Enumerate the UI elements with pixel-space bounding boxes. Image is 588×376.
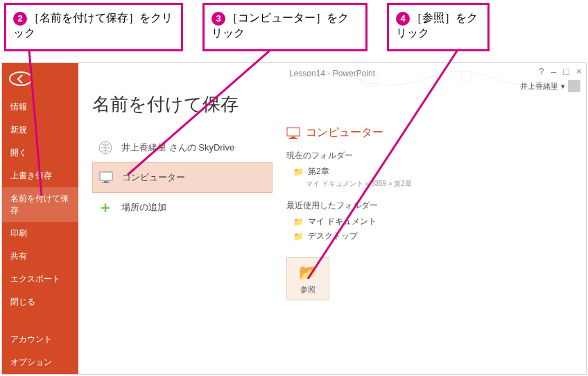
sidebar-item-close[interactable]: 閉じる <box>2 291 78 314</box>
folder-icon: 📁 <box>293 232 304 241</box>
recent-folder[interactable]: 📁 デスクトップ <box>293 230 572 242</box>
folder-name: マイ ドキュメント <box>308 216 377 228</box>
user-name: 井上香緒里 <box>520 81 558 92</box>
cloud-icon <box>98 140 113 155</box>
callout-num: 2 <box>13 12 27 26</box>
computer-icon <box>98 170 114 185</box>
svg-rect-9 <box>287 128 300 136</box>
callout-2: 2［名前を付けて保存］をクリック <box>4 3 183 51</box>
recent-folder[interactable]: 📁 マイ ドキュメント <box>293 216 572 228</box>
current-folder-label: 現在のフォルダー <box>286 150 572 162</box>
location-skydrive[interactable]: 井上香緒里 さんの SkyDrive <box>92 133 273 162</box>
svg-rect-11 <box>289 138 297 139</box>
recent-folder-label: 最近使用したフォルダー <box>286 200 572 212</box>
back-button[interactable] <box>9 71 33 86</box>
callout-num: 4 <box>396 12 410 26</box>
sidebar-item-save[interactable]: 上書き保存 <box>2 164 78 187</box>
sidebar-item-options[interactable]: オプション <box>2 351 78 374</box>
computer-icon <box>286 127 300 139</box>
sidebar-item-export[interactable]: エクスポート <box>2 268 78 291</box>
close-icon[interactable]: × <box>576 66 582 77</box>
location-label: 井上香緒里 さんの SkyDrive <box>121 142 234 154</box>
backstage-sidebar: 情報 新規 開く 上書き保存 名前を付けて保存 印刷 共有 エクスポート 閉じる… <box>2 63 78 374</box>
callout-3: 3［コンピューター］をクリック <box>202 3 368 51</box>
arrow-left-icon <box>15 74 26 85</box>
svg-rect-6 <box>100 172 112 180</box>
svg-rect-8 <box>102 182 110 183</box>
callout-text: ［名前を付けて保存］をクリック <box>13 12 173 39</box>
window-title: Lesson14 - PowerPoint <box>289 69 375 78</box>
location-computer[interactable]: コンピューター <box>92 162 273 193</box>
sidebar-item-print[interactable]: 印刷 <box>2 222 78 245</box>
restore-icon[interactable]: □ <box>563 66 569 77</box>
powerpoint-backstage: 情報 新規 開く 上書き保存 名前を付けて保存 印刷 共有 エクスポート 閉じる… <box>1 62 587 375</box>
sidebar-item-saveas[interactable]: 名前を付けて保存 <box>2 187 78 222</box>
sidebar-item-open[interactable]: 開く <box>2 142 78 164</box>
title-bar: Lesson14 - PowerPoint ? – □ × <box>78 63 586 84</box>
user-account[interactable]: 井上香緒里▾ <box>520 80 580 92</box>
current-folder[interactable]: 📁 第2章 <box>293 166 572 178</box>
callout-text: ［コンピューター］をクリック <box>211 12 349 39</box>
svg-rect-7 <box>104 181 108 182</box>
location-label: 場所の追加 <box>121 201 166 214</box>
sidebar-item-share[interactable]: 共有 <box>2 245 78 268</box>
sidebar-item-info[interactable]: 情報 <box>2 96 78 119</box>
page-title: 名前を付けて保存 <box>92 92 273 117</box>
folder-icon: 📁 <box>293 167 304 177</box>
folder-icon: 📁 <box>293 217 304 227</box>
sidebar-item-new[interactable]: 新規 <box>2 119 78 142</box>
callout-num: 3 <box>211 12 225 26</box>
svg-rect-10 <box>291 137 295 138</box>
location-add[interactable]: ＋ 場所の追加 <box>92 193 273 222</box>
backstage-main: Lesson14 - PowerPoint ? – □ × 井上香緒里▾ 名前を… <box>78 63 586 374</box>
folder-name: 第2章 <box>308 166 329 178</box>
browse-button[interactable]: 📂 参照 <box>286 257 329 300</box>
folder-open-icon: 📂 <box>299 264 318 282</box>
pane-title: コンピューター <box>286 126 572 140</box>
callout-4: 4［参照］をクリック <box>387 3 490 51</box>
location-label: コンピューター <box>122 171 185 184</box>
sidebar-item-account[interactable]: アカウント <box>2 328 78 351</box>
help-icon[interactable]: ? <box>539 66 544 77</box>
browse-label: 参照 <box>300 284 315 295</box>
folder-path: マイ ドキュメント » 3359 » 第2章 <box>306 179 572 189</box>
instruction-callouts: 2［名前を付けて保存］をクリック 3［コンピューター］をクリック 4［参照］をク… <box>0 0 588 54</box>
minimize-icon[interactable]: – <box>551 66 557 77</box>
avatar-icon <box>568 80 580 92</box>
folder-name: デスクトップ <box>308 230 358 242</box>
plus-icon: ＋ <box>98 200 113 215</box>
